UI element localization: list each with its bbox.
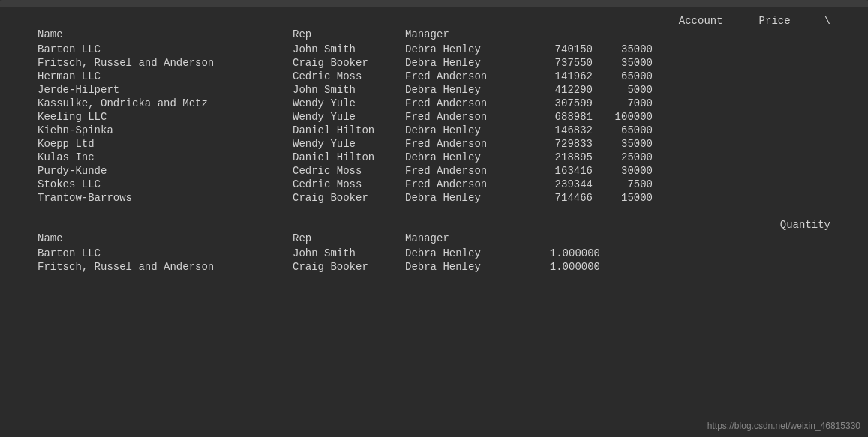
account-price-section: Account Price \ Name Rep Manager Barton … xyxy=(38,15,830,204)
row-rep: Craig Booker xyxy=(293,261,405,273)
row-name: Koepp Ltd xyxy=(38,138,293,150)
row-rep: John Smith xyxy=(293,247,405,259)
table-row: Fritsch, Russel and Anderson Craig Booke… xyxy=(38,57,830,69)
row-name: Stokes LLC xyxy=(38,178,293,190)
row-rep: John Smith xyxy=(293,84,405,96)
row-manager: Debra Henley xyxy=(405,247,525,259)
manager-col-label: Manager xyxy=(405,28,525,40)
row-price: 5000 xyxy=(593,84,653,96)
row-price: 35000 xyxy=(593,43,653,55)
table-row: Koepp Ltd Wendy Yule Fred Anderson 72983… xyxy=(38,138,830,150)
row-manager: Debra Henley xyxy=(405,124,525,136)
table-row: Stokes LLC Cedric Moss Fred Anderson 239… xyxy=(38,178,830,190)
table-row: Kassulke, Ondricka and Metz Wendy Yule F… xyxy=(38,97,830,109)
quantity-header: Quantity xyxy=(38,219,830,231)
row-account: 141962 xyxy=(525,70,593,82)
row-price: 35000 xyxy=(593,138,653,150)
row-price: 15000 xyxy=(593,192,653,204)
row-rep: Wendy Yule xyxy=(293,97,405,109)
row-rep: Craig Booker xyxy=(293,57,405,69)
row-name: Kassulke, Ondricka and Metz xyxy=(38,97,293,109)
table-row: Kulas Inc Daniel Hilton Debra Henley 218… xyxy=(38,151,830,163)
quantity-name-col-label: Name xyxy=(38,232,293,244)
row-manager: Debra Henley xyxy=(405,57,525,69)
row-quantity: 1.000000 xyxy=(525,247,600,259)
row-manager: Fred Anderson xyxy=(405,138,525,150)
row-price: 100000 xyxy=(593,111,653,123)
row-name: Barton LLC xyxy=(38,43,293,55)
row-manager: Debra Henley xyxy=(405,261,525,273)
row-account: 729833 xyxy=(525,138,593,150)
row-rep: Daniel Hilton xyxy=(293,124,405,136)
quantity-rep-col-label: Rep xyxy=(293,232,405,244)
table-row: Barton LLC John Smith Debra Henley 1.000… xyxy=(38,247,830,259)
row-rep: Cedric Moss xyxy=(293,70,405,82)
row-name: Fritsch, Russel and Anderson xyxy=(38,261,293,273)
table-row: Jerde-Hilpert John Smith Debra Henley 41… xyxy=(38,84,830,96)
row-name: Herman LLC xyxy=(38,70,293,82)
row-price: 65000 xyxy=(593,70,653,82)
row-price: 7500 xyxy=(593,178,653,190)
row-manager: Debra Henley xyxy=(405,192,525,204)
row-price: 7000 xyxy=(593,97,653,109)
name-col-label: Name xyxy=(38,28,293,40)
backslash-char: \ xyxy=(824,15,830,27)
row-manager: Debra Henley xyxy=(405,84,525,96)
row-rep: Wendy Yule xyxy=(293,138,405,150)
row-account: 239344 xyxy=(525,178,593,190)
column-labels-row: Name Rep Manager xyxy=(38,28,830,40)
table-row: Trantow-Barrows Craig Booker Debra Henle… xyxy=(38,192,830,204)
row-account: 688981 xyxy=(525,111,593,123)
row-price: 30000 xyxy=(593,165,653,177)
row-name: Keeling LLC xyxy=(38,111,293,123)
row-manager: Fred Anderson xyxy=(405,165,525,177)
row-account: 218895 xyxy=(525,151,593,163)
row-price: 25000 xyxy=(593,151,653,163)
row-name: Kulas Inc xyxy=(38,151,293,163)
row-rep: Wendy Yule xyxy=(293,111,405,123)
row-manager: Debra Henley xyxy=(405,151,525,163)
table-row: Kiehn-Spinka Daniel Hilton Debra Henley … xyxy=(38,124,830,136)
table-row: Keeling LLC Wendy Yule Fred Anderson 688… xyxy=(38,111,830,123)
row-price: 35000 xyxy=(593,57,653,69)
row-rep: Cedric Moss xyxy=(293,178,405,190)
row-account: 737550 xyxy=(525,57,593,69)
table-row: Fritsch, Russel and Anderson Craig Booke… xyxy=(38,261,830,273)
row-account: 146832 xyxy=(525,124,593,136)
row-rep: Daniel Hilton xyxy=(293,151,405,163)
rep-col-label: Rep xyxy=(293,28,405,40)
row-quantity: 1.000000 xyxy=(525,261,600,273)
row-manager: Fred Anderson xyxy=(405,111,525,123)
row-rep: Cedric Moss xyxy=(293,165,405,177)
table-row: Barton LLC John Smith Debra Henley 74015… xyxy=(38,43,830,55)
quantity-column-header: Quantity xyxy=(755,219,830,231)
row-name: Kiehn-Spinka xyxy=(38,124,293,136)
row-rep: John Smith xyxy=(293,43,405,55)
row-manager: Fred Anderson xyxy=(405,70,525,82)
table-row: Herman LLC Cedric Moss Fred Anderson 141… xyxy=(38,70,830,82)
row-manager: Fred Anderson xyxy=(405,97,525,109)
row-account: 163416 xyxy=(525,165,593,177)
row-name: Fritsch, Russel and Anderson xyxy=(38,57,293,69)
top-bar xyxy=(0,0,868,7)
account-column-header: Account xyxy=(656,15,723,27)
row-manager: Debra Henley xyxy=(405,43,525,55)
row-name: Trantow-Barrows xyxy=(38,192,293,204)
row-account: 714466 xyxy=(525,192,593,204)
row-manager: Fred Anderson xyxy=(405,178,525,190)
table-row: Purdy-Kunde Cedric Moss Fred Anderson 16… xyxy=(38,165,830,177)
quantity-manager-col-label: Manager xyxy=(405,232,525,244)
row-account: 307599 xyxy=(525,97,593,109)
watermark: https://blog.csdn.net/weixin_46815330 xyxy=(707,421,860,431)
row-rep: Craig Booker xyxy=(293,192,405,204)
account-price-header: Account Price \ xyxy=(38,15,830,27)
account-data-rows: Barton LLC John Smith Debra Henley 74015… xyxy=(38,43,830,204)
row-name: Purdy-Kunde xyxy=(38,165,293,177)
row-name: Jerde-Hilpert xyxy=(38,84,293,96)
quantity-section: Quantity Name Rep Manager Barton LLC Joh… xyxy=(38,219,830,273)
row-price: 65000 xyxy=(593,124,653,136)
quantity-column-labels-row: Name Rep Manager xyxy=(38,232,830,244)
main-content: Account Price \ Name Rep Manager Barton … xyxy=(0,7,868,292)
quantity-data-rows: Barton LLC John Smith Debra Henley 1.000… xyxy=(38,247,830,273)
row-account: 412290 xyxy=(525,84,593,96)
